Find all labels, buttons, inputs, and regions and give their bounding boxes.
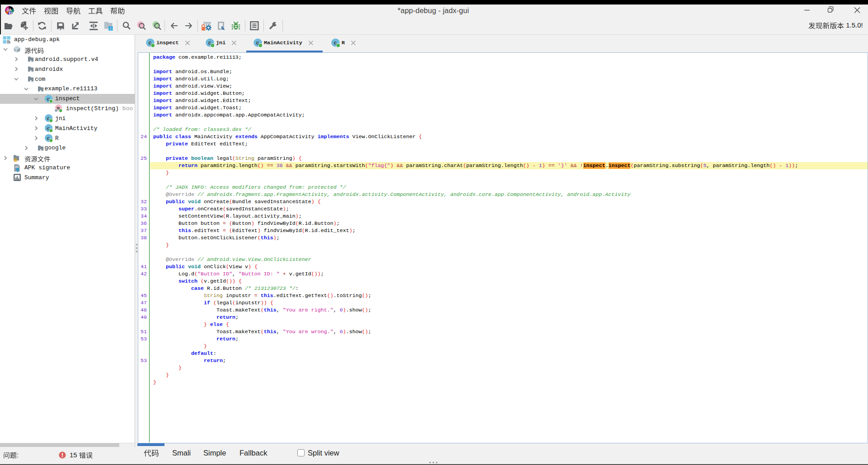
svg-text:DX: DX xyxy=(9,10,14,14)
